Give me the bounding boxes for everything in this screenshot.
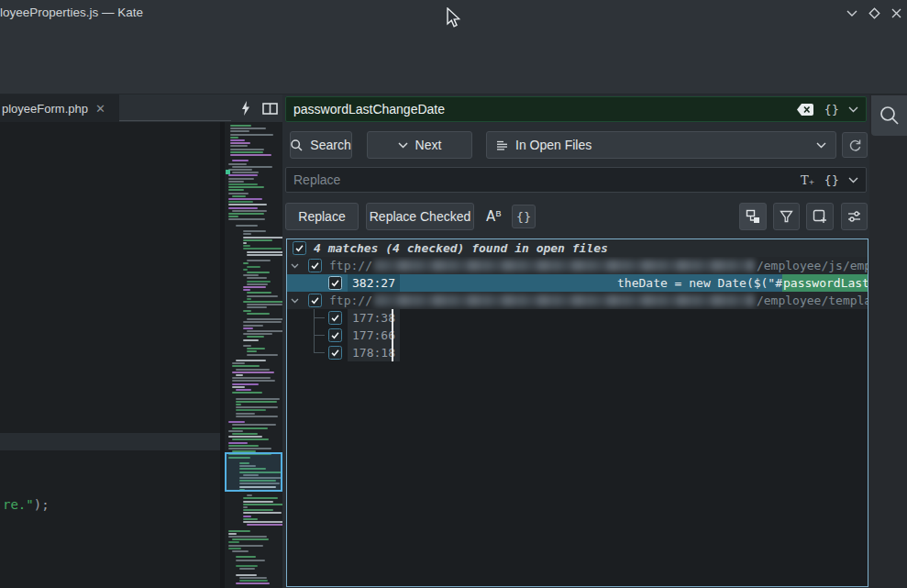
code-line: re."); (3, 497, 50, 512)
search-icon (879, 105, 901, 127)
code-plain: ); (34, 497, 50, 512)
match-checkbox[interactable] (328, 346, 342, 360)
results-summary-row[interactable]: 4 matches (4 checked) found in open file… (287, 239, 868, 257)
replace-button-label: Replace (298, 209, 345, 224)
minimap-viewport[interactable] (225, 452, 282, 492)
collapse-expander-icon[interactable] (289, 295, 300, 306)
code-string: re." (3, 497, 34, 512)
search-history-chevron-icon[interactable] (848, 106, 858, 113)
summary-checkbox[interactable] (293, 241, 306, 255)
match-row[interactable]: 177:66 (287, 327, 868, 344)
match-row[interactable]: 178:18 (287, 344, 868, 361)
file-protocol: ftp:// (329, 259, 372, 272)
search-field[interactable]: {} (285, 96, 867, 122)
toolview-search-button[interactable] (871, 95, 907, 136)
match-code-highlight: passwordLastC (782, 274, 868, 292)
replace-checked-button[interactable]: Replace Checked (366, 203, 474, 230)
list-icon (496, 140, 508, 150)
next-button-label: Next (415, 138, 442, 152)
minimap-lines (225, 122, 282, 588)
quick-open-icon[interactable] (235, 99, 255, 117)
prepend-text-icon[interactable]: T₊ (801, 173, 815, 187)
current-line-highlight (0, 433, 220, 450)
replace-placeholders-icon[interactable]: {} (824, 173, 839, 187)
maximize-button[interactable] (866, 5, 882, 21)
replace-field[interactable]: T₊ {} (285, 167, 867, 193)
regex-placeholders-icon[interactable]: {} (824, 103, 839, 116)
match-line-column: 382:27 (348, 274, 400, 292)
clear-search-icon[interactable] (797, 104, 814, 116)
tab-bar: ployeeForm.php ✕ (0, 94, 282, 122)
titlebar: loyeeProperties.js — Kate (0, 0, 907, 26)
new-search-tab-button[interactable] (806, 203, 834, 230)
regex-toggle-glyph: {} (516, 210, 532, 224)
match-code-preview: theDate = new Date($("#passwordLastC (617, 276, 868, 290)
window-title: loyeeProperties.js — Kate (0, 6, 143, 19)
search-results-tree[interactable]: 4 matches (4 checked) found in open file… (286, 239, 868, 587)
toolbar-area (0, 26, 907, 94)
search-button[interactable]: Search (290, 131, 352, 159)
tab-label: ployeeForm.php (2, 102, 88, 116)
tab-employeeform[interactable]: ployeeForm.php ✕ (0, 94, 119, 122)
replace-history-chevron-icon[interactable] (848, 177, 858, 183)
close-button[interactable] (888, 5, 904, 21)
replace-input[interactable] (286, 172, 801, 187)
match-row-selected[interactable]: 382:27 theDate = new Date($("#passwordLa… (287, 274, 868, 292)
split-view-icon[interactable] (260, 99, 280, 117)
expand-results-toggle-button[interactable] (739, 203, 767, 230)
regex-toggle-button[interactable]: {} (512, 205, 536, 228)
match-checkbox[interactable] (328, 276, 342, 290)
next-button[interactable]: Next (367, 131, 472, 159)
editor-view[interactable]: re."); (0, 122, 220, 588)
toolview-sidebar (869, 94, 907, 588)
search-input[interactable] (286, 102, 797, 116)
match-code-before: theDate = new Date($("# (617, 276, 782, 290)
match-checkbox[interactable] (328, 311, 342, 325)
file-protocol: ftp:// (329, 294, 372, 307)
refresh-search-button[interactable] (842, 132, 868, 158)
search-button-label: Search (310, 138, 350, 152)
redacted-url-segment (374, 294, 755, 306)
file-path-suffix: /employee/js/employe (757, 259, 868, 272)
search-options-button[interactable] (841, 203, 868, 230)
file-checkbox[interactable] (308, 259, 322, 272)
replace-checked-label: Replace Checked (370, 209, 471, 224)
results-summary-text: 4 matches (4 checked) found in open file… (314, 241, 608, 255)
file-row-1[interactable]: ftp:// /employee/js/employe (287, 257, 868, 274)
tab-close-icon[interactable]: ✕ (95, 103, 105, 115)
minimize-button[interactable] (844, 5, 860, 21)
search-scope-combobox[interactable]: In Open Files (486, 131, 836, 159)
redacted-code-sliver (392, 309, 393, 361)
replace-button[interactable]: Replace (285, 203, 359, 230)
filter-results-button[interactable] (773, 203, 800, 230)
kate-window: loyeeProperties.js — Kate ployeeForm.php… (0, 0, 907, 588)
tabbar-underline (119, 120, 231, 121)
combobox-chevron-icon (816, 142, 826, 149)
search-scope-value: In Open Files (515, 138, 592, 152)
file-row-2[interactable]: ftp:// /employee/templates/e (287, 292, 868, 309)
file-checkbox[interactable] (308, 294, 322, 307)
minimap-scrollbar[interactable] (225, 122, 282, 588)
match-checkbox[interactable] (328, 328, 342, 342)
collapse-expander-icon[interactable] (289, 261, 300, 272)
minimap-mark (226, 170, 230, 174)
match-case-toggle-icon[interactable]: Aᴮ (486, 208, 502, 225)
match-row[interactable]: 177:38 (287, 309, 868, 327)
file-path-suffix: /employee/templates/e (757, 294, 868, 307)
redacted-url-segment (374, 260, 755, 272)
